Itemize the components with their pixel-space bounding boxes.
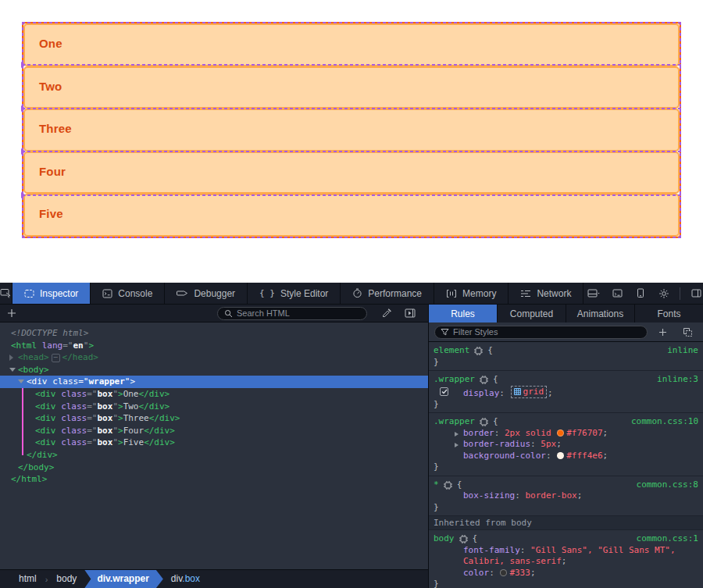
markup-line[interactable]: </body> bbox=[0, 461, 428, 474]
filter-styles-box[interactable] bbox=[434, 326, 648, 339]
media-panel-button[interactable] bbox=[398, 304, 422, 323]
pseudo-class-button[interactable] bbox=[677, 323, 698, 341]
property-value[interactable]: #fff4e6 bbox=[566, 451, 602, 461]
color-swatch[interactable] bbox=[500, 569, 507, 576]
property-name[interactable]: font-family bbox=[463, 545, 520, 555]
css-declaration[interactable]: font-family: "Gill Sans", "Gill Sans MT"… bbox=[434, 545, 698, 568]
responsive-design-button[interactable] bbox=[630, 284, 651, 303]
tab-inspector[interactable]: Inspector bbox=[12, 283, 91, 304]
property-name[interactable]: color bbox=[463, 568, 489, 578]
markup-line[interactable]: <div class="box">Four</div> bbox=[0, 425, 428, 437]
rule-selector[interactable]: .wrapper bbox=[434, 374, 475, 386]
add-node-button[interactable] bbox=[0, 305, 23, 322]
rule-selector[interactable]: element bbox=[434, 345, 469, 357]
property-value[interactable]: 5px bbox=[541, 439, 556, 449]
css-rule: *{common.css:8box-sizing: border-box;} bbox=[429, 476, 703, 517]
sidebar-tab-rules[interactable]: Rules bbox=[429, 305, 498, 323]
expand-longhand-icon[interactable] bbox=[455, 443, 459, 447]
rule-source-link[interactable]: common.css:8 bbox=[637, 479, 698, 491]
sidebar-tab-fonts[interactable]: Fonts bbox=[635, 305, 703, 323]
sidebar-tab-animations[interactable]: Animations bbox=[566, 305, 635, 323]
property-name[interactable]: box-sizing bbox=[463, 490, 515, 501]
markup-line[interactable]: <head>⋯</head> bbox=[0, 351, 428, 364]
rule-selector[interactable]: .wrapper bbox=[434, 416, 475, 428]
css-declaration[interactable]: box-sizing: border-box; bbox=[434, 490, 698, 502]
memory-icon bbox=[446, 289, 457, 298]
tab-memory[interactable]: Memory bbox=[434, 283, 509, 304]
rule-source-link[interactable]: inline bbox=[667, 345, 698, 357]
search-html-input[interactable] bbox=[237, 308, 360, 318]
breadcrumb-label: div.wrapper bbox=[97, 573, 148, 584]
dock-options-button[interactable] bbox=[583, 284, 604, 303]
tab-performance[interactable]: Performance bbox=[341, 283, 434, 304]
property-value[interactable]: 2px solid bbox=[505, 428, 556, 438]
markup-line[interactable]: <div class="box">One</div> bbox=[0, 388, 428, 401]
pick-element-button[interactable] bbox=[0, 283, 12, 304]
markup-line[interactable]: <div class="wrapper"> bbox=[0, 376, 428, 388]
grid-highlighter-badge[interactable]: grid bbox=[511, 386, 548, 399]
breadcrumb-item-body[interactable]: body bbox=[48, 570, 84, 588]
selector-highlighter-icon[interactable] bbox=[473, 346, 484, 356]
rule-source-link[interactable]: inline:3 bbox=[657, 374, 698, 386]
css-declaration[interactable]: border: 2px solid #f76707; bbox=[434, 428, 698, 440]
markup-line[interactable]: </div> bbox=[0, 449, 428, 461]
toolbar-separator bbox=[680, 287, 680, 300]
rule-selector[interactable]: * bbox=[434, 479, 439, 491]
add-rule-button[interactable] bbox=[652, 323, 673, 341]
collapse-arrow-icon[interactable] bbox=[18, 380, 24, 383]
css-declaration[interactable]: display: grid; bbox=[434, 386, 698, 399]
selector-highlighter-icon[interactable] bbox=[479, 417, 489, 427]
rule-source-link[interactable]: common.css:1 bbox=[637, 533, 698, 545]
rule-header: body{common.css:1 bbox=[434, 533, 698, 545]
breadcrumb-item-div-wrapper[interactable]: div.wrapper bbox=[84, 570, 162, 588]
markup-token: class bbox=[61, 401, 87, 412]
tab-network[interactable]: Network bbox=[509, 283, 583, 304]
color-swatch[interactable] bbox=[557, 429, 564, 437]
markup-line[interactable]: <div class="box">Five</div> bbox=[0, 437, 428, 449]
property-value[interactable]: border-box bbox=[525, 490, 576, 501]
css-declaration[interactable]: border-radius: 5px; bbox=[434, 439, 698, 451]
selector-highlighter-icon[interactable] bbox=[479, 375, 489, 385]
markup-token: class bbox=[61, 437, 87, 447]
markup-token: box bbox=[98, 426, 113, 436]
markup-line[interactable]: <div class="box">Two</div> bbox=[0, 401, 428, 413]
markup-line[interactable]: <body> bbox=[0, 364, 428, 376]
selector-highlighter-icon[interactable] bbox=[459, 534, 469, 544]
markup-token: " bbox=[112, 426, 118, 436]
tab-debugger[interactable]: Debugger bbox=[165, 283, 248, 304]
sidebar-tab-computed[interactable]: Computed bbox=[498, 305, 566, 323]
markup-line[interactable]: </html> bbox=[0, 473, 428, 486]
css-declaration[interactable]: background-color: #fff4e6; bbox=[434, 451, 698, 462]
property-name[interactable]: border bbox=[463, 428, 494, 438]
breadcrumb-item-html[interactable]: html bbox=[11, 570, 45, 588]
rule-selector[interactable]: body bbox=[434, 533, 455, 545]
eyedropper-button[interactable] bbox=[375, 304, 398, 323]
filter-styles-input[interactable] bbox=[453, 327, 641, 337]
expand-longhand-icon[interactable] bbox=[455, 432, 459, 437]
split-console-button[interactable] bbox=[607, 284, 627, 303]
inline-ellipsis-icon[interactable]: ⋯ bbox=[52, 354, 60, 362]
dock-side-button[interactable] bbox=[686, 284, 703, 303]
property-name[interactable]: display bbox=[463, 387, 499, 397]
selector-highlighter-icon[interactable] bbox=[443, 480, 453, 490]
settings-button[interactable] bbox=[654, 284, 674, 303]
markup-line[interactable]: <!DOCTYPE html> bbox=[0, 327, 428, 340]
tab-label: Style Editor bbox=[280, 288, 328, 299]
collapse-arrow-icon[interactable] bbox=[9, 368, 16, 372]
property-name[interactable]: border-radius bbox=[463, 439, 530, 449]
expand-arrow-icon[interactable] bbox=[9, 355, 13, 361]
rule-source-link[interactable]: common.css:10 bbox=[631, 416, 698, 428]
property-value[interactable]: #f76707 bbox=[566, 428, 602, 438]
search-html-box[interactable] bbox=[217, 307, 367, 320]
tab-console[interactable]: Console bbox=[91, 283, 165, 304]
markup-line[interactable]: <div class="box">Three</div> bbox=[0, 412, 428, 425]
property-value[interactable]: #333 bbox=[509, 568, 530, 578]
property-name[interactable]: background-color bbox=[463, 451, 546, 461]
enable-checkbox[interactable] bbox=[440, 387, 448, 396]
color-swatch[interactable] bbox=[557, 452, 564, 459]
tab-style-editor[interactable]: { }Style Editor bbox=[248, 283, 341, 304]
markup-line[interactable]: <html lang="en"> bbox=[0, 340, 428, 352]
breadcrumb-item-div-box[interactable]: div.box bbox=[163, 570, 208, 588]
rules-pane: element{inline}.wrapper{inline:3display:… bbox=[428, 323, 703, 588]
css-declaration[interactable]: color: #333; bbox=[434, 568, 698, 579]
